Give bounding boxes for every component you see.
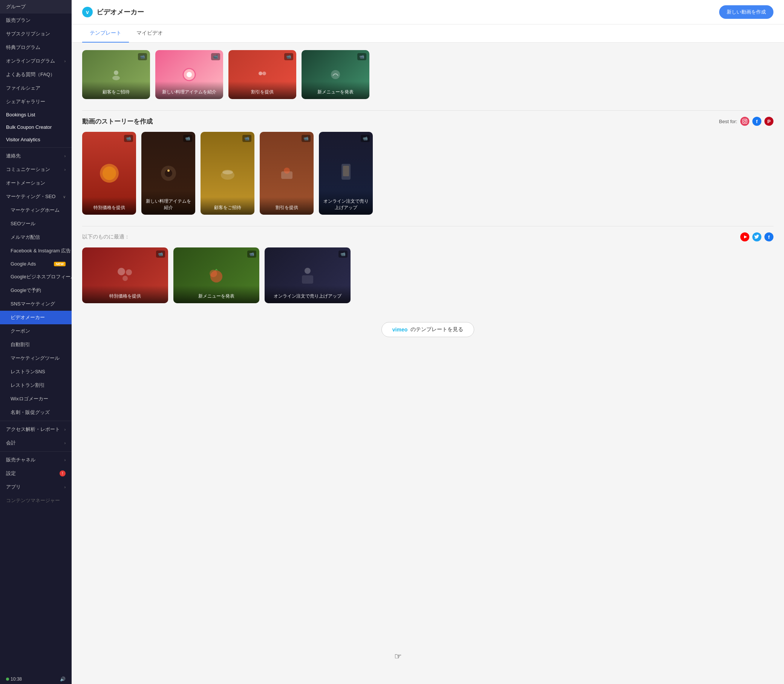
sidebar-item-google-business[interactable]: Googleビジネスプロフィール [0,270,72,284]
card-label: オンライン注文で売り上げアップ [265,286,351,303]
tab-templates[interactable]: テンプレート [82,24,129,43]
divider-1 [0,147,72,148]
people-svg [257,69,268,80]
sidebar-item-share-gallery[interactable]: シェアギャラリー [0,95,72,108]
sidebar-item-settings[interactable]: 設定 ! [0,467,72,480]
tab-my-videos[interactable]: マイビデオ [129,24,170,43]
sidebar-item-accounting[interactable]: 会計 › [0,436,72,450]
sidebar-item-sales-plan[interactable]: 販売プラン [0,14,72,27]
svg-point-1 [112,76,120,80]
camera-icon: 📹 [242,135,251,142]
divider-3 [0,451,72,452]
svg-point-22 [118,268,125,275]
sidebar-item-coupon[interactable]: クーポン [0,324,72,338]
coffee-svg [218,164,237,183]
wide-card-online-order[interactable]: 📹 オンライン注文で売り上げアップ [265,247,351,303]
header-left: v ビデオメーカー [82,7,144,17]
sidebar-item-google-ads[interactable]: Google Ads NEW [0,258,72,270]
sidebar-item-restaurant-sns[interactable]: レストランSNS [0,365,72,379]
card-label: 割引を提供 [228,81,296,99]
sidebar-item-bookings-list[interactable]: Bookings List [0,108,72,121]
sidebar-item-subscription[interactable]: サブスクリプション [0,27,72,41]
sidebar-item-auto-discount[interactable]: 自動割引 [0,338,72,352]
sidebar-item-sns-marketing[interactable]: SNSマーケティング [0,297,72,311]
video-card-invite[interactable]: 📹 顧客をご招待 [82,50,150,99]
svg-point-5 [262,71,266,75]
facebook-icon-2: f [765,232,773,242]
chevron-right-icon: › [65,168,66,172]
story-card-online-order[interactable]: 📹 オンライン注文で売り上げアップ [319,132,373,215]
vimeo-templates-button[interactable]: vimeo のテンプレートを見る [381,322,474,337]
story-card-new-item[interactable]: 📹 新しい料理アイテムを紹介 [141,132,195,215]
svg-point-11 [102,166,116,180]
sidebar-item-automation[interactable]: オートメーション [0,176,72,190]
sidebar-item-seo-tool[interactable]: SEOツール [0,217,72,231]
svg-marker-21 [744,236,747,239]
story-card-invite[interactable]: 📹 顧客をご招待 [200,132,254,215]
divider-2 [0,421,72,421]
pinterest-icon: P [765,117,773,126]
card-label: 新メニューを発表 [173,286,259,303]
best-for-wide: f [740,232,773,242]
sidebar-item-video-maker[interactable]: ビデオメーカー [0,311,72,324]
chevron-right-icon: › [65,441,66,445]
sidebar-item-content-manager[interactable]: コンテンツマネージャー [0,494,72,507]
card-label: 顧客をご招待 [82,81,150,99]
camera-icon: 📹 [183,135,192,142]
sidebar-item-group[interactable]: グループ [0,0,72,14]
sidebar-item-google-reserve[interactable]: Googleで予約 [0,284,72,297]
sidebar-item-marketing-tool[interactable]: マーケティングツール [0,352,72,365]
food-svg [277,164,296,183]
sidebar-item-visitor-analytics[interactable]: Visitor Analytics [0,133,72,146]
sidebar-item-sales-channel[interactable]: 販売チャネル › [0,453,72,467]
svg-point-14 [167,169,170,172]
card-label: 新メニューを発表 [302,81,369,99]
card-label: 顧客をご招待 [200,197,254,215]
sidebar-item-communication[interactable]: コミュニケーション › [0,163,72,176]
wide-title-placeholder: 以下のものに最適： [82,234,130,240]
camera-icon: 📹 [302,135,310,142]
create-video-button[interactable]: 新しい動画を作成 [719,5,773,19]
sidebar-item-contacts[interactable]: 連絡先 › [0,149,72,163]
status-bar: 10:38 🔊 [0,674,72,684]
camera-icon: 📹 [338,250,348,258]
sidebar-item-bulk-coupon[interactable]: Bulk Coupon Creator [0,121,72,133]
sidebar-item-restaurant-discount[interactable]: レストラン割引 [0,379,72,392]
sidebar-item-faq[interactable]: よくある質問（FAQ） [0,68,72,81]
chevron-down-icon: ∨ [63,195,66,199]
section-divider-2 [82,226,773,226]
wide-card-special[interactable]: 📹 特別価格を提供 [82,247,168,303]
svg-point-16 [222,170,233,174]
sidebar-item-marketing-seo[interactable]: マーケティング・SEO ∨ [0,190,72,203]
sidebar-item-analytics[interactable]: アクセス解析・レポート › [0,423,72,436]
camera-icon: 📹 [284,53,293,60]
wide-card-new-menu[interactable]: 📹 新メニューを発表 [173,247,259,303]
sidebar-item-online-program[interactable]: オンラインプログラム › [0,54,72,68]
section-stories: 動画のストーリーを作成 Best for: f P [82,117,773,215]
card-label: オンライン注文で売り上げアップ [319,190,373,215]
video-card-introduce[interactable]: 📹 新しい料理アイテムを紹介 [155,50,223,99]
camera-icon: 📹 [124,135,133,142]
sidebar-item-business-card[interactable]: 名刺・販促グッズ [0,406,72,419]
sidebar-item-privilege[interactable]: 特典プログラム [0,41,72,54]
sidebar-item-file-share[interactable]: ファイルシェア [0,81,72,95]
sidebar-item-apps[interactable]: アプリ › [0,480,72,494]
sidebar-item-email-marketing[interactable]: メルマガ配信 [0,231,72,244]
video-card-discount[interactable]: 📹 割引を提供 [228,50,296,99]
youtube-icon [740,232,749,242]
volume-icon: 🔊 [60,676,66,682]
sidebar-item-facebook-instagram[interactable]: Facebook & Instagram 広告 [0,244,72,258]
stories-title: 動画のストーリーを作成 [82,117,153,126]
wide-video-grid: 📹 特別価格を提供 📹 新メニューを発表 [82,247,773,303]
story-card-special-price[interactable]: 📹 特別価格を提供 [82,132,136,215]
section-wide: 以下のものに最適： f [82,232,773,303]
video-card-new-menu[interactable]: 📹 新メニューを発表 [302,50,369,99]
sidebar-item-wix-logo[interactable]: Wixロゴメーカー [0,392,72,406]
story-card-discount[interactable]: 📹 割引を提供 [260,132,314,215]
pizza-svg [98,162,121,185]
chevron-right-icon: › [65,485,66,489]
sidebar-item-marketing-home[interactable]: マーケティングホーム [0,203,72,217]
svg-point-3 [187,72,192,77]
svg-rect-28 [302,275,313,284]
salad-svg [330,69,341,80]
